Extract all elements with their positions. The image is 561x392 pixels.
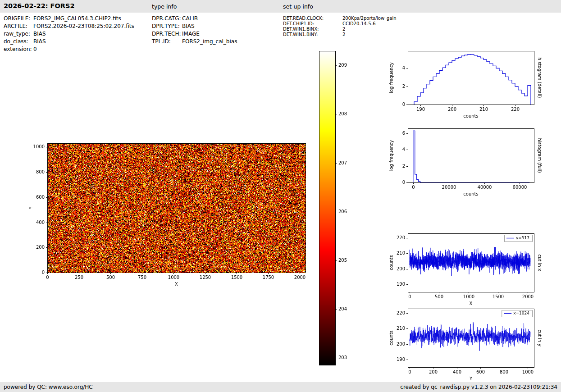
type-info-header: type info [152, 3, 177, 10]
binx-value: 2 [342, 27, 345, 32]
histogram-detail-plot [383, 45, 561, 128]
dpr-catg-row: DPR.CATG:CALIB [152, 15, 237, 23]
doclass-label: do_class: [4, 38, 33, 46]
page-title: 2026-02-22: FORS2 [4, 2, 75, 9]
colorbar [315, 47, 354, 369]
rawtype-row: raw_type:BIAS [4, 30, 134, 38]
rawtype-value: BIAS [33, 31, 46, 37]
biny-value: 2 [342, 32, 345, 37]
arcfile-row: ARCFILE:FORS2.2026-02-23T08:25:02.207.fi… [4, 23, 134, 30]
histogram-full-plot [383, 123, 561, 208]
origfile-label: ORIGFILE: [4, 15, 33, 23]
chip-id-value: CCID20-14-5-6 [342, 21, 376, 26]
footer-bar: powered by QC: www.eso.org/HC created by… [0, 382, 561, 392]
rawtype-label: raw_type: [4, 30, 33, 38]
tpl-id-value: FORS2_img_cal_bias [182, 38, 237, 45]
main-image-plot [14, 133, 320, 300]
dpr-type-row: DPR.TYPE:BIAS [152, 23, 237, 30]
qc-report-page: 2026-02-22: FORS2 type info set-up info … [0, 0, 561, 392]
dpr-catg-label: DPR.CATG: [152, 15, 182, 23]
arcfile-label: ARCFILE: [4, 23, 33, 30]
binx-label: DET.WIN1.BINX: [283, 27, 342, 32]
biny-row: DET.WIN1.BINY:2 [283, 32, 397, 37]
dpr-catg-value: CALIB [182, 15, 198, 22]
footer-created-by: created by qc_rawdisp.py v1.2.3 on 2026-… [400, 384, 557, 390]
tpl-id-row: TPL.ID:FORS2_img_cal_bias [152, 38, 237, 46]
arcfile-value: FORS2.2026-02-23T08:25:02.207.fits [33, 23, 134, 29]
extension-value: 0 [33, 46, 37, 52]
footer-powered-by: powered by QC: www.eso.org/HC [4, 384, 93, 390]
extension-row: extension:0 [4, 46, 134, 53]
biny-label: DET.WIN1.BINY: [283, 32, 342, 37]
binx-row: DET.WIN1.BINX:2 [283, 27, 397, 32]
read-clock-label: DET.READ.CLOCK: [283, 16, 342, 21]
file-info-block: ORIGFILE:FORS2_IMG_CAL054.3.CHIP2.fits A… [4, 15, 134, 53]
dpr-tech-label: DPR.TECH: [152, 30, 182, 38]
doclass-row: do_class:BIAS [4, 38, 134, 46]
dpr-type-value: BIAS [182, 23, 195, 29]
cut-in-y-plot [383, 303, 561, 384]
setup-info-block: DET.READ.CLOCK:200Kps/2ports/low_gain DE… [283, 16, 397, 37]
doclass-value: BIAS [33, 38, 46, 45]
type-info-block: DPR.CATG:CALIB DPR.TYPE:BIAS DPR.TECH:IM… [152, 15, 237, 46]
setup-info-header: set-up info [283, 3, 313, 10]
origfile-row: ORIGFILE:FORS2_IMG_CAL054.3.CHIP2.fits [4, 15, 134, 23]
extension-label: extension: [4, 46, 33, 53]
tpl-id-label: TPL.ID: [152, 38, 182, 46]
chip-id-label: DET.CHIP1.ID: [283, 21, 342, 27]
chip-id-row: DET.CHIP1.ID:CCID20-14-5-6 [283, 21, 397, 27]
cut-in-x-plot [383, 228, 561, 309]
dpr-type-label: DPR.TYPE: [152, 23, 182, 30]
read-clock-row: DET.READ.CLOCK:200Kps/2ports/low_gain [283, 16, 397, 21]
read-clock-value: 200Kps/2ports/low_gain [342, 16, 397, 21]
header-bar: 2026-02-22: FORS2 type info set-up info [0, 0, 561, 13]
dpr-tech-row: DPR.TECH:IMAGE [152, 30, 237, 38]
origfile-value: FORS2_IMG_CAL054.3.CHIP2.fits [33, 15, 121, 22]
dpr-tech-value: IMAGE [182, 31, 200, 37]
